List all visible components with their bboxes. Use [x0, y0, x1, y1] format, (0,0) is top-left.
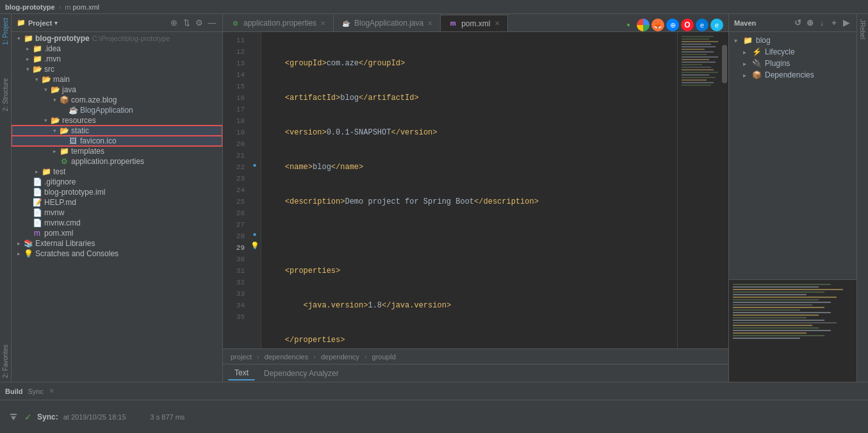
maven-toggle-plugins[interactable]: ▸ — [743, 60, 752, 67]
maven-toggle-blog[interactable]: ▾ — [734, 37, 743, 44]
tree-item-mvnw-cmd[interactable]: 📄 mvnw.cmd — [12, 218, 222, 228]
sidebar-tab-favorites[interactable]: 2: Favorites — [0, 341, 11, 382]
tree-item-pom[interactable]: m pom.xml — [12, 228, 222, 238]
tree-toggle-ext-libs[interactable]: ▸ — [14, 240, 23, 247]
tree-item-gitignore[interactable]: 📄 .gitignore — [12, 177, 222, 187]
maven-toggle-lifecycle[interactable]: ▸ — [743, 49, 752, 56]
tree-toggle-idea[interactable]: ▸ — [23, 45, 32, 52]
tree-toggle-static[interactable]: ▾ — [50, 127, 59, 134]
bottom-tab-text[interactable]: Text — [228, 366, 255, 380]
edge-icon[interactable]: e — [696, 19, 708, 31]
tree-item-resources[interactable]: ▾ 📂 resources — [12, 115, 222, 126]
maven-label-lifecycle: Lifecycle — [765, 47, 795, 56]
build-sync-tab[interactable]: Sync — [28, 388, 44, 395]
tree-item-mvn[interactable]: ▸ 📁 .mvn — [12, 54, 222, 64]
maven-item-blog[interactable]: ▾ 📁 blog — [729, 35, 856, 46]
scrollbar-thumb[interactable] — [722, 45, 727, 83]
tree-item-idea[interactable]: ▸ 📁 .idea — [12, 44, 222, 54]
tree-item-scratches[interactable]: ▸ 💡 Scratches and Consoles — [12, 249, 222, 259]
tree-item-package[interactable]: ▾ 📦 com.aze.blog — [12, 95, 222, 105]
bottom-tab-dependency-analyzer[interactable]: Dependency Analyzer — [258, 366, 345, 380]
build-close-button[interactable]: ✕ — [49, 387, 54, 395]
maven-preview — [729, 279, 856, 382]
tree-toggle-package[interactable]: ▾ — [50, 97, 59, 103]
jrebel-tab[interactable]: JRebel — [857, 14, 868, 44]
tab-application-properties[interactable]: ⚙ application.properties ✕ — [223, 15, 334, 31]
tree-item-src[interactable]: ▾ 📂 src — [12, 64, 222, 74]
maven-label-dependencies: Dependencies — [765, 70, 814, 79]
sidebar-tab-project[interactable]: 1: Project — [0, 14, 11, 49]
maven-locate-button[interactable]: ⊕ — [805, 18, 815, 28]
tab-close-props[interactable]: ✕ — [320, 20, 325, 27]
locate-file-button[interactable]: ⊕ — [168, 18, 179, 28]
maven-run-button[interactable]: ▶ — [841, 18, 851, 28]
breadcrumb-dependency: dependency — [321, 353, 359, 361]
tree-item-external-libs[interactable]: ▸ 📚 External Libraries — [12, 238, 222, 249]
tab-pom-xml[interactable]: m pom.xml ✕ — [441, 15, 507, 31]
tree-label-app-props: application.properties — [71, 157, 144, 166]
maven-download-button[interactable]: ↓ — [817, 18, 827, 28]
tree-item-iml[interactable]: 📄 blog-prototype.iml — [12, 187, 222, 197]
tree-item-test[interactable]: ▸ 📁 test — [12, 167, 222, 177]
maven-item-plugins[interactable]: ▸ 🔌 Plugins — [729, 58, 856, 69]
tree-toggle-root[interactable]: ▾ — [14, 35, 23, 42]
settings-button[interactable]: ⚙ — [194, 18, 204, 28]
tree-toggle-resources[interactable]: ▾ — [41, 117, 50, 124]
tree-label-test: test — [53, 167, 65, 176]
tree-toggle-test[interactable]: ▸ — [32, 168, 41, 175]
code-line-19: </properties> — [266, 334, 672, 346]
tab-close-maven[interactable]: ✕ — [495, 20, 500, 27]
tree-item-help[interactable]: 📝 HELP.md — [12, 197, 222, 208]
sidebar-tab-structure[interactable]: 2: Structure — [0, 74, 11, 115]
folder-icon: 📁 — [17, 19, 26, 27]
tree-item-favicon[interactable]: 🖼 favicon.ico — [12, 136, 222, 146]
tree-toggle-main[interactable]: ▾ — [32, 76, 41, 83]
title-project: blog-prototype — [5, 3, 55, 11]
tree-label-java: java — [62, 85, 76, 94]
tree-item-mvnw[interactable]: 📄 mvnw — [12, 208, 222, 218]
tree-item-templates[interactable]: ▸ 📁 templates — [12, 146, 222, 156]
favicon-icon: 🖼 — [68, 136, 78, 145]
tree-item-main[interactable]: ▾ 📂 main — [12, 74, 222, 85]
maven-item-lifecycle[interactable]: ▸ ⚡ Lifecycle — [729, 46, 856, 58]
close-panel-button[interactable]: — — [207, 18, 217, 28]
warning-indicator-29[interactable]: 💡 — [250, 241, 259, 250]
fold-indicator-22[interactable]: ● — [252, 161, 256, 168]
scroll-from-source-button[interactable]: ⇅ — [181, 18, 192, 28]
tab-close-java[interactable]: ✕ — [427, 20, 432, 27]
tree-toggle-templates[interactable]: ▸ — [50, 148, 59, 154]
code-content[interactable]: <groupId>com.aze</groupId> <artifactId>b… — [261, 32, 677, 348]
maven-add-button[interactable]: + — [829, 18, 839, 28]
build-scroll-to-end[interactable] — [8, 413, 19, 421]
tree-toggle-src[interactable]: ▾ — [23, 66, 32, 72]
tree-label-pom: pom.xml — [44, 229, 73, 238]
tree-item-blogapp[interactable]: ☕ BlogApplication — [12, 105, 222, 115]
title-file: pom.xml — [72, 3, 99, 11]
safari-icon[interactable]: ⊕ — [666, 19, 679, 31]
ie-icon[interactable]: e — [710, 19, 723, 31]
maven-item-dependencies[interactable]: ▸ 📦 Dependencies — [729, 69, 856, 81]
opera-icon[interactable]: O — [681, 19, 694, 31]
maven-tree: ▾ 📁 blog ▸ ⚡ Lifecycle ▸ 🔌 Plugins ▸ — [729, 32, 856, 279]
maven-refresh-button[interactable]: ↺ — [792, 18, 803, 28]
tree-label-help: HELP.md — [44, 198, 76, 207]
tree-item-static[interactable]: ▾ 📂 static — [12, 126, 222, 136]
tree-toggle-java-folder[interactable]: ▾ — [41, 86, 50, 93]
tree-toggle-mvn[interactable]: ▸ — [23, 56, 32, 62]
tree-item-java-folder[interactable]: ▾ 📂 java — [12, 85, 222, 95]
firefox-icon[interactable]: 🦊 — [651, 19, 664, 31]
fold-indicator-28[interactable]: ● — [252, 231, 256, 238]
dependencies-icon: 📦 — [752, 70, 762, 79]
tree-toggle-scratches[interactable]: ▸ — [14, 250, 23, 257]
lifecycle-icon: ⚡ — [752, 47, 762, 56]
check-indicator — [627, 24, 630, 26]
scratch-icon: 💡 — [23, 249, 33, 258]
tree-item-root[interactable]: ▾ 📁 blog-prototype C:\Project\blog-proto… — [12, 33, 222, 44]
tree-item-app-props[interactable]: ⚙ application.properties — [12, 156, 222, 167]
maven-toggle-dependencies[interactable]: ▸ — [743, 72, 752, 79]
java-file-icon: ☕ — [68, 106, 78, 115]
chrome-icon[interactable] — [637, 19, 650, 31]
tab-blogapplication[interactable]: ☕ BlogApplication.java ✕ — [334, 15, 441, 31]
mvnw-icon: 📄 — [32, 208, 42, 217]
folder-icon-test: 📁 — [41, 167, 51, 176]
